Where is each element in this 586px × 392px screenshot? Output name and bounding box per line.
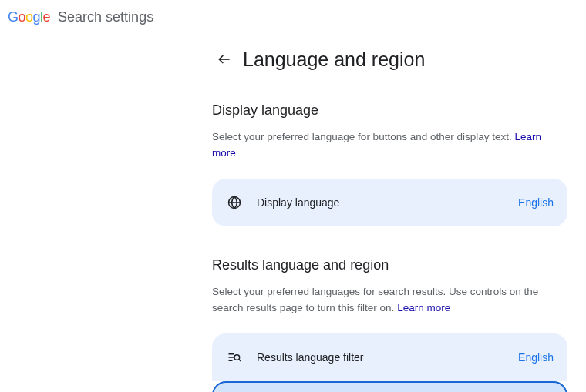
globe-icon: [226, 194, 243, 211]
app-title: Search settings: [58, 9, 153, 25]
display-language-heading: Display language: [212, 102, 567, 119]
results-filter-value: English: [518, 351, 554, 364]
display-language-label: Display language: [257, 196, 339, 209]
display-language-description: Select your preferred language for butto…: [212, 129, 567, 162]
results-heading: Results language and region: [212, 257, 567, 273]
results-description: Select your preferred languages for sear…: [212, 284, 567, 317]
page-title: Language and region: [243, 49, 425, 71]
results-region-card[interactable]: Results region Ireland: [212, 381, 567, 392]
svg-point-6: [234, 354, 240, 360]
results-filter-label: Results language filter: [257, 351, 364, 364]
display-language-section: Display language Select your preferred l…: [212, 102, 567, 226]
back-button[interactable]: [212, 47, 237, 72]
svg-line-7: [239, 359, 241, 361]
google-logo[interactable]: Google: [8, 9, 50, 25]
results-section: Results language and region Select your …: [212, 257, 567, 392]
language-filter-icon: [226, 349, 243, 366]
arrow-left-icon: [216, 51, 233, 68]
header-bar: Google Search settings: [0, 0, 586, 25]
results-learn-more-link[interactable]: Learn more: [397, 302, 450, 313]
display-language-card[interactable]: Display language English: [212, 179, 567, 226]
display-language-value: English: [518, 196, 554, 209]
results-language-filter-card[interactable]: Results language filter English: [212, 333, 567, 381]
